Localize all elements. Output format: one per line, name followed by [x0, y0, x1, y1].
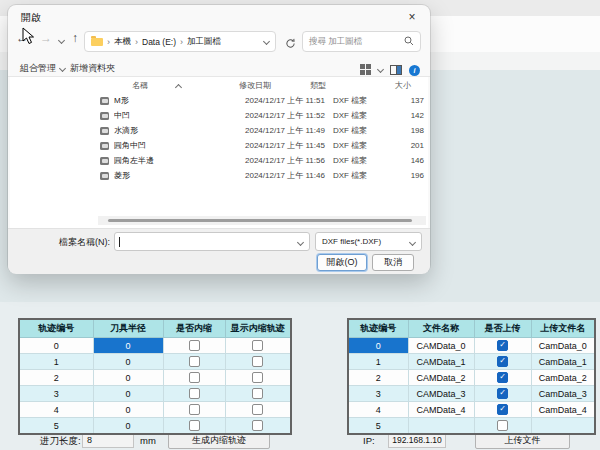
cancel-button[interactable]: 取消 [372, 254, 414, 271]
show-inset-trajectory-checkbox-cell[interactable] [225, 338, 291, 354]
upload-filename-cell[interactable]: CamData_3 [531, 386, 595, 402]
horizontal-scrollbar[interactable] [98, 216, 426, 225]
trajectory-id-cell[interactable]: 0 [348, 338, 408, 354]
upload-checkbox-cell[interactable] [474, 402, 531, 418]
trajectory-id-cell[interactable]: 4 [19, 402, 93, 418]
open-button[interactable]: 開啟(O) [317, 254, 367, 271]
inset-checkbox-cell[interactable] [163, 338, 225, 354]
ip-input[interactable]: 192.168.1.10 [388, 433, 446, 448]
upload-filename-cell[interactable]: CamData_2 [531, 370, 595, 386]
file-name-cell[interactable]: CAMData_3 [408, 386, 474, 402]
search-input[interactable]: 搜尋 加工圖檔 [302, 31, 421, 52]
trajectory-id-cell[interactable]: 0 [19, 338, 93, 354]
tool-radius-cell[interactable]: 0 [93, 354, 163, 370]
organize-menu[interactable]: 組合管理 [20, 62, 65, 75]
close-icon[interactable]: × [404, 9, 420, 25]
file-name-cell[interactable]: CAMData_2 [408, 370, 474, 386]
feed-length-input[interactable]: 8 [82, 433, 134, 448]
checked-checkbox[interactable] [497, 404, 508, 415]
show-inset-trajectory-checkbox-cell[interactable] [225, 354, 291, 370]
upload-filename-cell[interactable]: CamData_0 [531, 338, 595, 354]
file-row[interactable]: M形2024/12/17 上午 11:51DXF 檔案137 [100, 93, 426, 108]
breadcrumb-chevron-icon[interactable] [263, 38, 270, 45]
unchecked-checkbox[interactable] [189, 356, 200, 367]
unchecked-checkbox[interactable] [189, 420, 200, 431]
unchecked-checkbox[interactable] [252, 388, 263, 399]
forward-icon[interactable]: → [40, 31, 52, 45]
scrollbar-thumb[interactable] [108, 219, 412, 222]
recent-locations-chevron-icon[interactable] [58, 37, 65, 44]
file-row[interactable]: 菱形2024/12/17 上午 11:46DXF 檔案196 [100, 168, 426, 183]
unchecked-checkbox[interactable] [189, 372, 200, 383]
upload-checkbox-cell[interactable] [474, 418, 531, 435]
trajectory-id-cell[interactable]: 1 [348, 354, 408, 370]
column-header-name[interactable]: 名稱 [132, 80, 148, 91]
tool-radius-cell[interactable]: 0 [93, 370, 163, 386]
trajectory-id-cell[interactable]: 5 [348, 418, 408, 435]
column-header-size[interactable]: 大小 [395, 80, 411, 91]
unchecked-checkbox[interactable] [189, 404, 200, 415]
file-name-cell[interactable] [408, 418, 474, 435]
filename-dropdown-chevron-icon[interactable] [297, 239, 304, 246]
inset-checkbox-cell[interactable] [163, 418, 225, 435]
file-row[interactable]: 水滴形2024/12/17 上午 11:49DXF 檔案198 [100, 123, 426, 138]
file-name-cell[interactable]: CAMData_1 [408, 354, 474, 370]
inset-checkbox-cell[interactable] [163, 370, 225, 386]
trajectory-id-cell[interactable]: 3 [348, 386, 408, 402]
breadcrumb[interactable]: › 本機 › Data (E:) › 加工圖檔 [84, 31, 276, 52]
unchecked-checkbox[interactable] [252, 340, 263, 351]
column-header-date[interactable]: 修改日期 [239, 80, 271, 91]
unchecked-checkbox[interactable] [252, 356, 263, 367]
breadcrumb-item-drive[interactable]: Data (E:) [142, 37, 176, 47]
trajectory-id-cell[interactable]: 2 [19, 370, 93, 386]
file-name-cell[interactable]: CAMData_0 [408, 338, 474, 354]
trajectory-id-cell[interactable]: 2 [348, 370, 408, 386]
file-row[interactable]: 圓角左半邊2024/12/17 上午 11:56DXF 檔案146 [100, 153, 426, 168]
column-header-type[interactable]: 類型 [310, 80, 326, 91]
filetype-select[interactable]: DXF files(*.DXF) [315, 232, 422, 251]
trajectory-id-cell[interactable]: 1 [19, 354, 93, 370]
unchecked-checkbox[interactable] [252, 372, 263, 383]
show-inset-trajectory-checkbox-cell[interactable] [225, 386, 291, 402]
refresh-icon[interactable] [285, 35, 296, 53]
file-row[interactable]: 圓角中凹2024/12/17 上午 11:45DXF 檔案201 [100, 138, 426, 153]
tool-radius-cell[interactable]: 0 [93, 418, 163, 435]
unchecked-checkbox[interactable] [252, 404, 263, 415]
inset-checkbox-cell[interactable] [163, 402, 225, 418]
upload-checkbox-cell[interactable] [474, 354, 531, 370]
unchecked-checkbox[interactable] [497, 420, 508, 431]
show-inset-trajectory-checkbox-cell[interactable] [225, 402, 291, 418]
tool-radius-cell[interactable]: 0 [93, 386, 163, 402]
upload-checkbox-cell[interactable] [474, 386, 531, 402]
trajectory-id-cell[interactable]: 5 [19, 418, 93, 435]
unchecked-checkbox[interactable] [189, 340, 200, 351]
file-name-cell[interactable]: CAMData_4 [408, 402, 474, 418]
inset-checkbox-cell[interactable] [163, 386, 225, 402]
upload-checkbox-cell[interactable] [474, 370, 531, 386]
checked-checkbox[interactable] [497, 356, 508, 367]
tool-radius-cell[interactable]: 0 [93, 338, 163, 354]
trajectory-id-cell[interactable]: 3 [19, 386, 93, 402]
checked-checkbox[interactable] [497, 372, 508, 383]
tool-radius-cell[interactable]: 0 [93, 402, 163, 418]
unchecked-checkbox[interactable] [189, 388, 200, 399]
inset-checkbox-cell[interactable] [163, 354, 225, 370]
checked-checkbox[interactable] [497, 388, 508, 399]
new-folder-button[interactable]: 新增資料夾 [70, 62, 115, 75]
unchecked-checkbox[interactable] [252, 420, 263, 431]
view-mode-chevron-icon[interactable] [377, 65, 384, 72]
checked-checkbox[interactable] [497, 340, 508, 351]
upload-filename-cell[interactable]: CamData_4 [531, 402, 595, 418]
trajectory-id-cell[interactable]: 4 [348, 402, 408, 418]
file-row[interactable]: 中凹2024/12/17 上午 11:52DXF 檔案142 [100, 108, 426, 123]
upload-filename-cell[interactable] [531, 418, 595, 435]
upload-checkbox-cell[interactable] [474, 338, 531, 354]
up-icon[interactable]: ↑ [72, 31, 78, 45]
info-icon[interactable]: i [409, 65, 420, 76]
breadcrumb-item-folder[interactable]: 加工圖檔 [187, 36, 221, 48]
show-inset-trajectory-checkbox-cell[interactable] [225, 370, 291, 386]
filename-input[interactable] [114, 232, 310, 251]
breadcrumb-item-computer[interactable]: 本機 [114, 36, 131, 48]
upload-filename-cell[interactable]: CamData_1 [531, 354, 595, 370]
show-inset-trajectory-checkbox-cell[interactable] [225, 418, 291, 435]
